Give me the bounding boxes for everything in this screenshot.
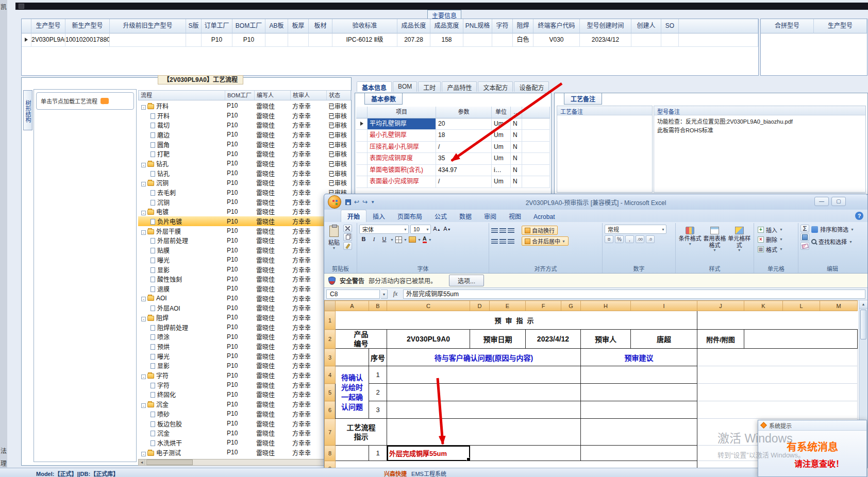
column-header[interactable]: 生产型号: [31, 19, 65, 33]
tree-expander[interactable]: -: [141, 297, 146, 301]
ribbon-tab[interactable]: 公式: [428, 210, 453, 222]
column-header[interactable]: 验收标准: [332, 19, 397, 33]
column-header[interactable]: 订单工厂: [202, 19, 232, 33]
autosum-button[interactable]: Σ: [800, 225, 809, 232]
ribbon-tab[interactable]: 页面布局: [391, 210, 428, 222]
row-header[interactable]: 8: [325, 446, 336, 461]
cell[interactable]: 外层完成铜厚55um: [387, 446, 470, 461]
grid-cell[interactable]: [463, 33, 492, 47]
grid-cell[interactable]: 207.28: [397, 33, 430, 47]
ribbon-tab[interactable]: 视图: [503, 210, 527, 222]
process-tree-row[interactable]: 终固化P10雷晓佳方幸幸已审核: [138, 390, 351, 400]
cell[interactable]: [697, 311, 858, 330]
cell[interactable]: [387, 401, 581, 419]
process-tree-row[interactable]: 打靶P10雷晓佳方幸幸已审核: [138, 149, 351, 159]
grid-cell[interactable]: P10: [232, 33, 265, 47]
paste-button[interactable]: 粘贴 ▼: [326, 225, 342, 251]
cell[interactable]: [581, 384, 697, 401]
detail-tab[interactable]: BOM: [393, 81, 417, 92]
tree-expander[interactable]: -: [141, 211, 146, 215]
detail-tab[interactable]: 基本信息: [357, 81, 392, 92]
cell[interactable]: [581, 446, 697, 461]
param-value[interactable]: /: [436, 176, 492, 188]
column-header[interactable]: C: [387, 301, 470, 311]
increase-decimal-button[interactable]: .00: [636, 235, 644, 243]
tree-column-header[interactable]: BOM工厂: [225, 91, 255, 100]
cell[interactable]: [336, 461, 697, 468]
cell[interactable]: [581, 419, 697, 446]
column-header[interactable]: H: [581, 301, 631, 311]
options-button[interactable]: 选项...: [449, 275, 484, 286]
process-tree-row[interactable]: 磨边P10雷晓佳方幸幸已审核: [138, 130, 351, 140]
font-name-combo[interactable]: 宋体▼: [359, 225, 409, 234]
row-header[interactable]: 7: [325, 419, 336, 446]
align-left-icon[interactable]: [491, 239, 498, 244]
select-all-corner[interactable]: [325, 301, 336, 311]
format-as-table-button[interactable]: 套用表格格式▼: [703, 225, 727, 265]
help-icon[interactable]: ?: [855, 212, 863, 220]
tree-expander[interactable]: -: [141, 105, 146, 110]
detail-tab[interactable]: 工时: [418, 81, 441, 92]
column-header[interactable]: 板材: [309, 19, 332, 33]
param-row[interactable]: 最小孔壁铜厚18UmN: [356, 130, 550, 142]
process-tree-row[interactable]: -沉铜P10雷晓佳方幸幸已审核: [138, 178, 351, 188]
system-message-popup[interactable]: 系统提示 有系统消息 请注意查收！: [758, 420, 867, 477]
cell[interactable]: [697, 401, 858, 419]
name-box[interactable]: C8: [326, 289, 380, 299]
grid-cell[interactable]: V030: [533, 33, 580, 47]
number-format-combo[interactable]: 常规▼: [605, 225, 666, 234]
column-header[interactable]: S版: [186, 19, 202, 33]
tree-expander[interactable]: -: [141, 163, 146, 167]
conditional-format-button[interactable]: 条件格式▼: [678, 225, 703, 265]
cell[interactable]: 2: [369, 384, 387, 401]
column-header[interactable]: 成品宽度: [430, 19, 463, 33]
column-header[interactable]: D: [470, 301, 490, 311]
row-header[interactable]: 5: [325, 384, 336, 401]
format-cells-button[interactable]: ▦格式▼: [756, 244, 796, 254]
process-tree-row[interactable]: -阻焊P10雷晓佳方幸幸已审核: [138, 313, 351, 322]
column-header[interactable]: 终端客户代码: [533, 19, 580, 33]
param-column-header[interactable]: …: [511, 107, 522, 118]
process-tree-row[interactable]: 曝光P10雷晓佳方幸幸已审核: [138, 255, 351, 265]
row-header[interactable]: 4: [325, 366, 336, 384]
cell[interactable]: 3: [369, 401, 387, 419]
tree-column-header[interactable]: 流程: [139, 91, 225, 100]
underline-button[interactable]: U: [380, 235, 389, 244]
name-box-dropdown[interactable]: ▼: [381, 289, 388, 299]
popup-header[interactable]: 系统提示: [758, 420, 866, 431]
process-tree-row[interactable]: 退膜P10雷晓佳方幸幸已审核: [138, 284, 351, 294]
cell[interactable]: 附件/附图: [697, 330, 744, 349]
column-header[interactable]: B: [369, 301, 387, 311]
cell[interactable]: 1: [369, 446, 387, 461]
process-tree-row[interactable]: 贴膜P10雷晓佳方幸幸已审核: [138, 245, 351, 255]
column-header[interactable]: 生产型号: [814, 19, 867, 33]
cell[interactable]: [581, 366, 697, 384]
wrap-text-button[interactable]: 自动换行: [522, 226, 558, 235]
grid-data-row[interactable]: 2V030PL9A010010200178801P10P10IPC-6012 Ⅱ…: [22, 33, 758, 47]
column-header[interactable]: BOM工厂: [232, 19, 265, 33]
format-painter-button[interactable]: [343, 242, 352, 250]
process-tree-row[interactable]: 外层前处理P10雷晓佳方幸幸已审核: [138, 236, 351, 246]
cell[interactable]: [697, 366, 858, 384]
column-header[interactable]: I: [631, 301, 697, 311]
detail-tab[interactable]: 产品特性: [442, 81, 477, 92]
font-size-combo[interactable]: 10▼: [410, 225, 431, 234]
column-header[interactable]: 创建人: [631, 19, 661, 33]
tab-process-remarks[interactable]: 工艺备注: [564, 93, 602, 105]
maximize-button[interactable]: ▢: [831, 197, 846, 206]
column-header[interactable]: 型号创建时间: [580, 19, 631, 33]
align-top-icon[interactable]: [491, 228, 498, 233]
cell[interactable]: 工艺流程指示: [336, 419, 387, 446]
scroll-up-button[interactable]: ▲: [859, 300, 867, 309]
column-header[interactable]: M: [820, 301, 858, 311]
process-tree-row[interactable]: 喷涂P10雷晓佳方幸幸已审核: [138, 332, 351, 342]
param-value[interactable]: 20: [436, 118, 492, 130]
ribbon-tab[interactable]: 开始: [341, 210, 366, 222]
param-row[interactable]: 表面完成铜厚度35UmN: [356, 153, 550, 165]
align-bottom-icon[interactable]: [508, 228, 514, 233]
column-header[interactable]: L: [783, 301, 820, 311]
minimize-button[interactable]: —: [814, 197, 829, 206]
excel-title-bar[interactable]: ↩ ↪ ▼ 2V030PL9A0-预审指示 [兼容模式] - Microsoft…: [324, 194, 867, 210]
cell[interactable]: [470, 446, 581, 461]
process-tree-row[interactable]: -外层干膜P10雷晓佳方幸幸已审核: [138, 226, 351, 236]
